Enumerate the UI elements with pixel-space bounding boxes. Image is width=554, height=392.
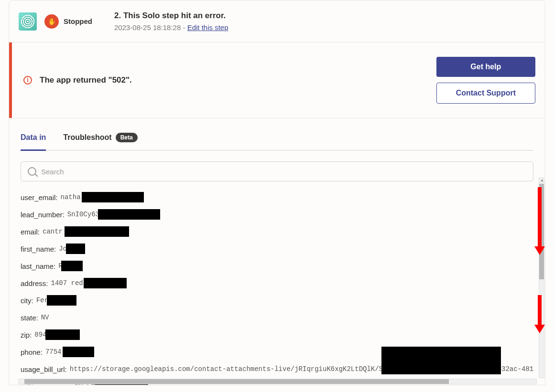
beta-badge: Beta (116, 133, 138, 142)
error-message: The app returned "502". (40, 75, 132, 85)
tabs-section: Data in Troubleshoot Beta user_email: na… (9, 118, 545, 385)
tabs: Data in Troubleshoot Beta (21, 127, 533, 151)
data-row-user-email: user_email: natha (21, 192, 533, 202)
data-row-address: address: 1407 red (21, 278, 533, 288)
data-row-state: state: NV (21, 312, 533, 323)
data-row-last-name: last_name: R (21, 261, 533, 271)
h-scrollbar-thumb[interactable] (24, 379, 449, 384)
redacted (61, 261, 83, 271)
annotation-arrow-1 (538, 187, 542, 248)
step-header: ✋ Stopped 2. This Solo step hit an error… (9, 0, 545, 42)
status-badge: ✋ Stopped (44, 14, 92, 29)
step-meta: 2023-08-25 18:18:28 - Edit this step (114, 23, 228, 32)
redacted (45, 329, 80, 340)
redacted (98, 209, 160, 220)
redacted (381, 347, 501, 374)
contact-support-button[interactable]: Contact Support (436, 83, 535, 104)
tab-troubleshoot[interactable]: Troubleshoot Beta (63, 127, 137, 150)
app-icon (19, 12, 37, 31)
step-title: 2. This Solo step hit an error. (114, 11, 228, 21)
scrollbar-up-icon[interactable]: ▲ (539, 178, 545, 184)
redacted (84, 278, 127, 288)
redacted (82, 192, 144, 202)
redacted (47, 295, 76, 306)
redacted (66, 244, 85, 254)
status-text: Stopped (64, 17, 92, 25)
data-row-city: city: Fer (21, 295, 533, 306)
edit-step-link[interactable]: Edit this step (187, 23, 228, 32)
search-box[interactable] (21, 161, 533, 181)
tab-data-in[interactable]: Data in (21, 127, 46, 150)
data-row-usage-bill-url: usage_bill_url: https://storage.googleap… (21, 364, 533, 374)
annotation-arrow-2 (538, 295, 542, 327)
step-info: 2. This Solo step hit an error. 2023-08-… (114, 11, 228, 32)
error-banner: i The app returned "502". Get help Conta… (9, 42, 545, 118)
get-help-button[interactable]: Get help (436, 57, 535, 77)
stop-icon: ✋ (44, 14, 59, 29)
data-row-email: email: cantr (21, 226, 533, 237)
search-icon (28, 167, 36, 176)
redacted (63, 347, 94, 357)
data-row-zip: zip: 894 (21, 329, 533, 340)
search-input[interactable] (41, 168, 526, 176)
horizontal-scrollbar[interactable] (18, 379, 537, 384)
data-row-first-name: first_name: Jo (21, 244, 533, 254)
data-list: user_email: natha lead_number: SnI0Cy63 … (21, 189, 533, 385)
error-icon: i (23, 76, 32, 85)
redacted (65, 226, 129, 237)
step-timestamp: 2023-08-25 18:18:28 (114, 23, 181, 32)
data-row-lead-number: lead_number: SnI0Cy63 (21, 209, 533, 220)
